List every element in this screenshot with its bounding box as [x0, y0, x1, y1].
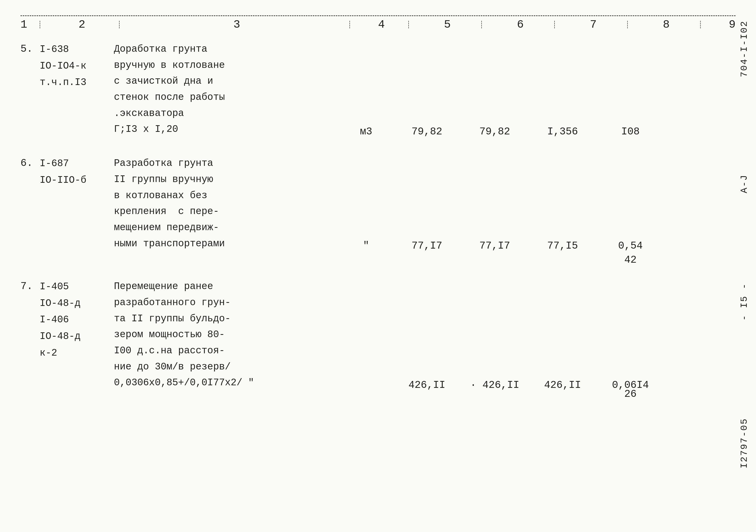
col-header-3: 3 — [124, 18, 349, 31]
right-code-2: A-J — [739, 174, 750, 193]
row-6-codes: I-687IO-IIO-б — [40, 155, 114, 188]
row-5-col7: I,356 — [529, 126, 597, 138]
row-5: 5. I-638IO-IO4-кт.ч.п.I3 Доработка грунт… — [20, 41, 710, 138]
col-header-8: 8 — [632, 18, 700, 31]
right-code-4: I2797-05 — [739, 418, 750, 468]
row-6-col7b: 0,54 — [597, 240, 664, 252]
row-7-codes: I-405IO-48-дI-406IO-48-дк-2 — [40, 279, 114, 361]
right-margin: 704-I-I02 A-J - I5 - I2797-05 — [739, 20, 750, 468]
col-divider-6 — [554, 21, 559, 28]
row-6-description: Разработка грунта II группы вручную в ко… — [114, 155, 339, 252]
col-header-7: 7 — [559, 18, 627, 31]
column-headers: 1 2 3 4 5 6 7 8 9 — [20, 18, 736, 31]
row-6-col8: 42 — [597, 254, 664, 266]
row-6-col6: 77,I7 — [461, 240, 529, 252]
row-5-codes: I-638IO-IO4-кт.ч.п.I3 — [40, 41, 114, 91]
row-7: 7. I-405IO-48-дI-406IO-48-дк-2 Перемещен… — [20, 279, 710, 391]
main-content: 5. I-638IO-IO4-кт.ч.п.I3 Доработка грунт… — [20, 41, 736, 400]
col-divider-4 — [408, 21, 414, 28]
row-6-unit: " — [339, 240, 393, 252]
row-5-unit: м3 — [339, 126, 393, 138]
right-code-3: - I5 - — [739, 283, 750, 321]
row-5-num: 5. — [20, 41, 40, 55]
row-6-num: 6. — [20, 155, 40, 169]
top-border-line — [20, 15, 736, 16]
row-6: 6. I-687IO-IIO-б Разработка грунта II гр… — [20, 155, 710, 252]
col-divider-2 — [119, 21, 124, 28]
row-5-col8: I08 — [597, 126, 664, 138]
row-7-description: Перемещение ранее разработанного грун- т… — [114, 279, 339, 391]
row-5-col5: 79,82 — [393, 126, 461, 138]
col-header-4: 4 — [355, 18, 408, 31]
row-6-col5: 77,I7 — [393, 240, 461, 252]
col-divider-8 — [700, 21, 705, 28]
row-7-extra: 26 — [20, 388, 710, 400]
col-header-2: 2 — [45, 18, 119, 31]
row-6-col7: 77,I5 — [529, 240, 597, 252]
col-header-6: 6 — [486, 18, 554, 31]
row-5-col6: 79,82 — [461, 126, 529, 138]
col-header-5: 5 — [414, 18, 481, 31]
col-divider-5 — [481, 21, 486, 28]
col-header-1: 1 — [20, 18, 40, 31]
row-6-extra: 42 — [20, 254, 710, 266]
row-7-col8: 26 — [597, 388, 664, 400]
row-5-description: Доработка грунта вручную в котловане с з… — [114, 41, 339, 138]
page: 1 2 3 4 5 6 7 8 9 704-I-I02 A-J - I5 - I… — [0, 0, 756, 532]
right-code-1: 704-I-I02 — [739, 20, 750, 77]
row-7-num: 7. — [20, 279, 40, 292]
col-divider-7 — [627, 21, 632, 28]
col-divider-1 — [40, 21, 45, 28]
col-divider-3 — [349, 21, 355, 28]
